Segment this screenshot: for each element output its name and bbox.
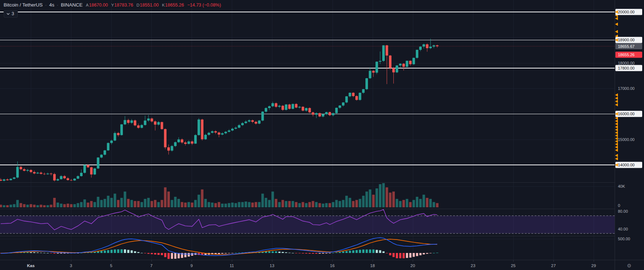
macd-histogram-bar bbox=[372, 249, 375, 253]
macd-histogram-bar bbox=[238, 253, 240, 253]
macd-histogram-bar bbox=[416, 253, 418, 256]
candle-body bbox=[147, 119, 150, 121]
macd-histogram-bar bbox=[309, 253, 311, 254]
volume-bar bbox=[0, 205, 2, 207]
volume-bar bbox=[339, 201, 341, 207]
candle-body bbox=[167, 147, 170, 150]
volume-bar bbox=[117, 200, 120, 207]
candle-body bbox=[268, 106, 271, 108]
volume-bar bbox=[87, 203, 89, 207]
volume-bar bbox=[63, 204, 66, 207]
volume-bar bbox=[137, 201, 140, 207]
settings-gear-icon[interactable]: ⚙ bbox=[627, 263, 632, 269]
volume-bar bbox=[392, 192, 395, 208]
volume-bar bbox=[362, 196, 365, 207]
macd-histogram-bar bbox=[362, 249, 364, 253]
price-level-pill: 14000.00 bbox=[618, 163, 635, 167]
macd-histogram-bar bbox=[171, 253, 173, 259]
macd-histogram-bar bbox=[302, 253, 304, 253]
candle-body bbox=[238, 125, 241, 128]
indicators-collapse-button[interactable]: 3 bbox=[4, 10, 18, 18]
volume-bar bbox=[130, 200, 133, 207]
volume-bar bbox=[167, 192, 170, 208]
volume-bar bbox=[342, 200, 344, 207]
time-tick-label: 7 bbox=[150, 263, 152, 268]
candle-body bbox=[262, 112, 264, 121]
macd-tick-label: 500.00 bbox=[618, 237, 630, 241]
candle-body bbox=[204, 135, 207, 139]
macd-histogram-bar bbox=[26, 252, 29, 253]
macd-histogram-bar bbox=[110, 250, 113, 253]
time-scale-axis[interactable]: Kas3579111316182023252729⚙ bbox=[0, 260, 644, 270]
candle-body bbox=[184, 142, 187, 144]
volume-bar bbox=[234, 203, 237, 207]
candle-body bbox=[298, 107, 301, 108]
volume-bar bbox=[120, 198, 123, 207]
volume-bar bbox=[255, 202, 257, 208]
macd-histogram-bar bbox=[329, 253, 331, 253]
candle-body bbox=[379, 61, 381, 62]
macd-signal-line bbox=[1, 239, 437, 255]
chevron-down-icon bbox=[7, 13, 10, 15]
candle-body bbox=[355, 96, 358, 100]
volume-bar bbox=[365, 192, 368, 208]
price-scale-axis[interactable]: 18000.0017000.0015000.0040K080.0040.0050… bbox=[615, 0, 644, 270]
price-level-pill: 20000.00 bbox=[618, 10, 635, 14]
macd-histogram-bar bbox=[158, 253, 160, 255]
rsi-pane[interactable] bbox=[0, 209, 615, 233]
macd-histogram-bar bbox=[319, 253, 321, 254]
macd-histogram-bar bbox=[107, 250, 109, 253]
macd-histogram-bar bbox=[144, 253, 146, 253]
candle-body bbox=[244, 121, 247, 123]
candle-body bbox=[342, 103, 344, 105]
volume-bar bbox=[151, 201, 153, 207]
volume-bar bbox=[238, 202, 241, 208]
volume-bar bbox=[268, 200, 271, 207]
volume-bar bbox=[275, 199, 277, 207]
macd-histogram-bar bbox=[47, 253, 49, 253]
candle-body bbox=[271, 103, 274, 106]
time-tick-label: 20 bbox=[410, 263, 415, 268]
candle-body bbox=[413, 58, 415, 65]
candle-body bbox=[396, 66, 398, 72]
candle-body bbox=[0, 180, 2, 181]
macd-histogram-bar bbox=[53, 253, 55, 254]
macd-histogram-bar bbox=[382, 252, 385, 253]
macd-histogram-bar bbox=[312, 253, 314, 254]
chart-canvas[interactable]: 18000.0017000.0015000.0040K080.0040.0050… bbox=[0, 0, 644, 270]
volume-bar bbox=[211, 203, 214, 207]
macd-histogram-bar bbox=[349, 251, 351, 253]
candle-body bbox=[181, 140, 183, 142]
volume-bar bbox=[6, 205, 9, 207]
macd-histogram-bar bbox=[184, 253, 187, 257]
time-tick-label: 5 bbox=[110, 263, 112, 268]
candle-body bbox=[365, 78, 368, 89]
volume-bar bbox=[114, 194, 116, 207]
volume-bar bbox=[416, 197, 418, 207]
macd-histogram-bar bbox=[278, 252, 280, 253]
volume-bar bbox=[315, 202, 318, 208]
macd-histogram-bar bbox=[231, 253, 234, 253]
candle-body bbox=[46, 174, 49, 174]
candle-body bbox=[33, 172, 35, 174]
candle-body bbox=[124, 120, 126, 124]
time-scale-bg[interactable] bbox=[0, 260, 644, 270]
macd-histogram-bar bbox=[430, 253, 432, 253]
volume-bar bbox=[73, 204, 76, 207]
volume-bar bbox=[110, 198, 113, 207]
volume-bar bbox=[432, 202, 435, 208]
candle-body bbox=[392, 68, 395, 72]
candle-body bbox=[359, 93, 361, 100]
macd-histogram-bar bbox=[191, 253, 193, 256]
volume-bar bbox=[349, 198, 351, 207]
volume-bar bbox=[40, 205, 42, 207]
candle-body bbox=[137, 125, 140, 128]
macd-histogram-bar bbox=[396, 253, 398, 258]
volume-bar bbox=[322, 204, 324, 207]
candle-body bbox=[329, 112, 331, 115]
volume-bar bbox=[70, 204, 72, 207]
candle-body bbox=[265, 108, 267, 112]
candle-body bbox=[77, 176, 79, 179]
candle-body bbox=[308, 108, 311, 112]
time-tick-label: Kas bbox=[27, 263, 34, 268]
